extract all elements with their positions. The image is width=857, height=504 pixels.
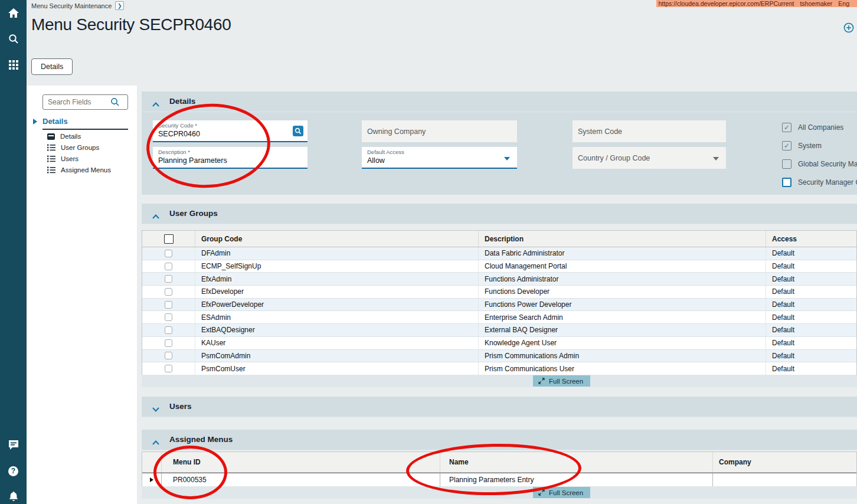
cell-group-code[interactable]: ESAdmin xyxy=(195,311,479,323)
cell-access[interactable]: Default xyxy=(766,311,856,323)
column-header-menu-id[interactable]: Menu ID xyxy=(162,452,440,472)
row-select-cell[interactable] xyxy=(142,311,195,323)
cell-description[interactable]: Prism Communications User xyxy=(479,362,766,375)
collapse-chevron-icon[interactable] xyxy=(152,437,159,447)
cell-description[interactable]: Knowledge Agent User xyxy=(479,337,766,349)
row-checkbox[interactable] xyxy=(165,365,172,372)
full-screen-button[interactable]: Full Screen xyxy=(533,375,590,387)
row-checkbox[interactable] xyxy=(165,263,172,270)
cell-access[interactable]: Default xyxy=(766,350,856,362)
assigned-menus-section-header[interactable]: Assigned Menus xyxy=(142,430,857,450)
select-all-checkbox[interactable] xyxy=(164,234,174,244)
notifications-bell-icon[interactable] xyxy=(0,489,27,504)
description-field[interactable]: Description * Planning Parameters xyxy=(153,147,308,169)
user-group-row[interactable]: PsmComUserPrism Communications UserDefau… xyxy=(142,362,856,375)
sidebar-item-users[interactable]: Users xyxy=(47,153,78,164)
cell-group-code[interactable]: PsmComUser xyxy=(195,362,479,375)
row-select-cell[interactable] xyxy=(142,273,195,285)
checkbox-security-manager-o[interactable]: Security Manager O xyxy=(782,178,857,187)
breadcrumb-chevron-button[interactable]: ❯ xyxy=(115,1,124,10)
row-select-cell[interactable] xyxy=(142,324,195,336)
cell-group-code[interactable]: EfxDeveloper xyxy=(195,286,479,298)
user-group-row[interactable]: EfxAdminFunctions AdministratorDefault xyxy=(142,273,856,286)
row-checkbox[interactable] xyxy=(165,250,172,257)
cell-description[interactable]: External BAQ Designer xyxy=(479,324,766,336)
cell-description[interactable]: Functions Administrator xyxy=(479,273,766,285)
user-group-row[interactable]: ESAdminEnterprise Search AdminDefault xyxy=(142,311,856,324)
cell-group-code[interactable]: EfxAdmin xyxy=(195,273,479,285)
cell-menu-id[interactable]: PR000535 xyxy=(162,473,440,486)
user-group-row[interactable]: EfxPowerDeveloperFunctions Power Develop… xyxy=(142,299,856,312)
cell-access[interactable]: Default xyxy=(766,247,856,260)
dropdown-caret-icon[interactable] xyxy=(504,157,510,161)
row-selector-cell[interactable] xyxy=(142,473,162,486)
cell-group-code[interactable]: PsmComAdmin xyxy=(195,350,479,362)
cell-description[interactable]: Functions Developer xyxy=(479,286,766,298)
user-group-row[interactable]: KAUserKnowledge Agent UserDefault xyxy=(142,337,856,350)
cell-description[interactable]: Cloud Management Portal xyxy=(479,260,766,273)
security-code-field[interactable]: Security Code * SECPR0460 xyxy=(153,120,308,142)
cell-group-code[interactable]: ECMP_SelfSignUp xyxy=(195,260,479,273)
user-group-row[interactable]: EfxDeveloperFunctions DeveloperDefault xyxy=(142,286,856,299)
user-group-row[interactable]: ECMP_SelfSignUpCloud Management PortalDe… xyxy=(142,260,856,273)
cell-access[interactable]: Default xyxy=(766,299,856,311)
collapse-chevron-icon[interactable] xyxy=(152,99,159,109)
cell-group-code[interactable]: DFAdmin xyxy=(195,247,479,260)
column-header-description[interactable]: Description xyxy=(479,231,766,247)
cell-group-code[interactable]: EfxPowerDeveloper xyxy=(195,299,479,311)
row-select-cell[interactable] xyxy=(142,260,195,273)
cell-access[interactable]: Default xyxy=(766,324,856,336)
sidebar-item-assigned-menus[interactable]: Assigned Menus xyxy=(47,165,111,175)
cell-access[interactable]: Default xyxy=(766,273,856,285)
user-group-row[interactable]: DFAdminData Fabric AdministratorDefault xyxy=(142,247,856,260)
row-checkbox[interactable] xyxy=(165,288,172,296)
cell-company[interactable] xyxy=(713,473,856,486)
chat-icon[interactable] xyxy=(0,437,27,453)
cell-description[interactable]: Functions Power Developer xyxy=(479,299,766,311)
row-checkbox[interactable] xyxy=(165,301,172,309)
column-header-name[interactable]: Name xyxy=(440,452,713,472)
user-group-row[interactable]: PsmComAdminPrism Communications AdminDef… xyxy=(142,350,856,363)
collapse-chevron-icon[interactable] xyxy=(152,211,159,221)
row-select-cell[interactable] xyxy=(142,350,195,362)
full-screen-button[interactable]: Full Screen xyxy=(533,487,590,498)
cell-description[interactable]: Data Fabric Administrator xyxy=(479,247,766,260)
sidebar-item-details[interactable]: Details xyxy=(47,131,81,142)
cell-access[interactable]: Default xyxy=(766,260,856,273)
column-header-access[interactable]: Access xyxy=(766,231,856,247)
sidebar-item-user-groups[interactable]: User Groups xyxy=(47,142,99,153)
cell-name[interactable]: Planning Parameters Entry xyxy=(440,473,713,486)
checkbox-box[interactable] xyxy=(782,178,791,187)
user-group-row[interactable]: ExtBAQDesignerExternal BAQ DesignerDefau… xyxy=(142,324,856,337)
help-icon[interactable]: ? xyxy=(0,463,27,479)
row-select-cell[interactable] xyxy=(142,299,195,311)
expand-chevron-icon[interactable] xyxy=(152,404,159,414)
details-section-header[interactable]: Details xyxy=(142,91,857,112)
row-checkbox[interactable] xyxy=(165,339,172,347)
row-checkbox[interactable] xyxy=(165,275,172,283)
cell-access[interactable]: Default xyxy=(766,362,856,375)
row-select-cell[interactable] xyxy=(142,286,195,298)
row-checkbox[interactable] xyxy=(165,352,172,359)
cell-description[interactable]: Prism Communications Admin xyxy=(479,350,766,362)
row-select-cell[interactable] xyxy=(142,362,195,375)
cell-group-code[interactable]: KAUser xyxy=(195,337,479,349)
row-checkbox[interactable] xyxy=(165,313,172,321)
lookup-search-icon[interactable] xyxy=(293,126,303,136)
add-new-icon[interactable] xyxy=(843,22,854,35)
column-header-group-code[interactable]: Group Code xyxy=(195,231,479,247)
row-checkbox[interactable] xyxy=(165,326,172,334)
search-fields-input[interactable] xyxy=(43,98,109,106)
cell-description[interactable]: Enterprise Search Admin xyxy=(479,311,766,323)
default-access-dropdown[interactable]: Default Access Allow xyxy=(362,147,517,169)
column-header-company[interactable]: Company xyxy=(713,452,856,472)
tab-details[interactable]: Details xyxy=(31,58,73,75)
cell-access[interactable]: Default xyxy=(766,286,856,298)
cell-access[interactable]: Default xyxy=(766,337,856,349)
tree-expand-triangle[interactable] xyxy=(33,119,37,125)
users-section-header[interactable]: Users xyxy=(142,397,857,417)
assigned-menu-row[interactable]: PR000535Planning Parameters Entry xyxy=(142,473,856,487)
cell-group-code[interactable]: ExtBAQDesigner xyxy=(195,324,479,336)
tree-header-details[interactable]: Details xyxy=(42,117,68,126)
row-select-cell[interactable] xyxy=(142,247,195,260)
